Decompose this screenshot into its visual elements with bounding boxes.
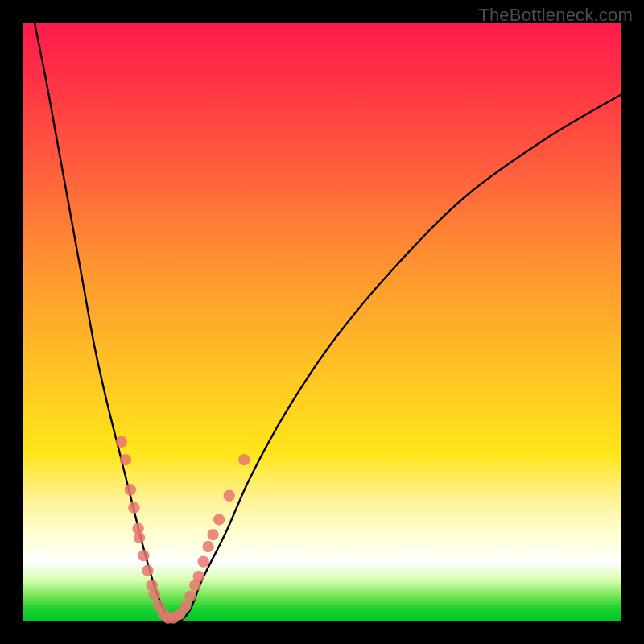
- chart-svg: [23, 23, 621, 621]
- curve-marker: [184, 591, 196, 602]
- curve-marker: [213, 514, 225, 525]
- curve-marker: [142, 565, 153, 576]
- curve-markers: [116, 436, 250, 624]
- attribution-label: TheBottleneck.com: [478, 5, 633, 26]
- curve-marker: [148, 588, 159, 600]
- plot-area: [23, 23, 621, 621]
- curve-marker: [223, 490, 234, 502]
- curve-marker: [116, 436, 127, 448]
- curve-marker: [207, 529, 218, 540]
- curve-marker: [202, 541, 213, 552]
- bottleneck-curve: [35, 23, 621, 621]
- curve-marker: [128, 502, 139, 513]
- curve-marker: [134, 532, 145, 543]
- curve-marker: [180, 601, 191, 612]
- curve-marker: [193, 571, 204, 582]
- curve-marker: [120, 454, 131, 465]
- curve-marker: [238, 454, 250, 465]
- curve-marker: [125, 484, 136, 495]
- chart-frame: TheBottleneck.com: [0, 0, 644, 644]
- curve-marker: [138, 550, 149, 561]
- curve-marker: [197, 555, 208, 567]
